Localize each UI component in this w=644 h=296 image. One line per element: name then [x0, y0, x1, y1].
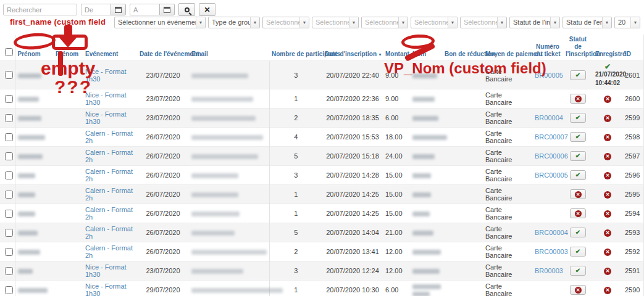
date-to-calendar-button[interactable]	[159, 4, 175, 15]
event-link[interactable]: Calern - Format 2h	[85, 168, 133, 183]
ticket-link[interactable]: BR00004	[535, 114, 563, 121]
ticket-link[interactable]: BRC00005	[535, 171, 568, 179]
status-ok-button[interactable]: ✔	[570, 132, 586, 142]
row-checkbox[interactable]	[5, 133, 13, 141]
status-error-button[interactable]: ✕	[570, 94, 586, 104]
row-checkbox[interactable]	[5, 229, 13, 237]
row-checkbox[interactable]	[5, 191, 13, 199]
filter-select-1[interactable]: Type de groupe▼	[208, 17, 260, 28]
event-link[interactable]: Calern - Format 2h	[85, 225, 133, 240]
filter-select-9[interactable]: 20▼	[614, 17, 640, 28]
payment-cell: Carte Bancaire	[483, 204, 532, 223]
amount-cell: 18.00	[383, 128, 410, 147]
event-link[interactable]: Calern - Format 2h	[85, 206, 133, 221]
status-error-button[interactable]: ✕	[570, 208, 586, 218]
payment-cell: Carte Bancaire	[483, 223, 532, 242]
prenom-cell	[15, 109, 53, 128]
row-checkbox-cell	[0, 223, 15, 242]
event-cell: Calern - Format 2h	[83, 223, 137, 242]
filter-select-5[interactable]: Sélectionnez une...▼	[411, 17, 458, 28]
col-header-participants[interactable]: Nombre de participants	[269, 35, 322, 61]
status-ok-button[interactable]: ✔	[570, 228, 586, 237]
row-checkbox[interactable]	[5, 152, 13, 160]
status-error-button[interactable]: ✕	[570, 285, 586, 295]
filter-select-label: 20	[615, 17, 630, 28]
row-checkbox[interactable]	[5, 114, 13, 122]
filter-select-7[interactable]: Statut de l'inscrip...▼	[509, 17, 560, 28]
status-ok-button[interactable]: ✔	[570, 151, 586, 161]
filter-select-8[interactable]: Statu de l'enregis...▼	[562, 17, 612, 28]
col-header-enregistre[interactable]: Enregistré	[593, 35, 622, 61]
row-checkbox[interactable]	[5, 210, 13, 218]
filter-select-0[interactable]: Sélectionner un événement▼	[114, 17, 206, 28]
ticket-link[interactable]: BRC00003	[535, 248, 568, 255]
col-header-evenement[interactable]: Evénement	[83, 35, 137, 61]
nom-cell	[410, 109, 442, 128]
search-button[interactable]	[178, 3, 195, 16]
row-checkbox[interactable]	[5, 71, 13, 79]
ticket-link[interactable]: BRC00006	[535, 152, 568, 160]
participants-cell: 1	[269, 185, 322, 204]
status-ok-button[interactable]: ✔	[570, 70, 586, 80]
event-link[interactable]: Nice - Format 1h30	[85, 263, 127, 278]
filter-select-4[interactable]: Sélectionnez une...▼	[361, 17, 408, 28]
redacted-text	[412, 250, 441, 255]
filter-select-3[interactable]: Sélectionnez une...▼	[312, 17, 359, 28]
col-header-id[interactable]: ID	[622, 35, 643, 61]
redacted-text	[412, 231, 433, 236]
col-header-date-evenement[interactable]: Date de l'événement	[137, 35, 189, 61]
date-from-calendar-button[interactable]	[111, 4, 126, 15]
redacted-email	[191, 135, 263, 140]
inscription-date-cell: 20/07/2020 14:04	[322, 223, 383, 242]
row-checkbox[interactable]	[5, 267, 13, 275]
col-header-email[interactable]: Email	[189, 35, 269, 61]
date-from-input[interactable]	[81, 4, 111, 15]
redacted-email	[191, 212, 240, 216]
status-error-button[interactable]: ✕	[570, 189, 586, 199]
col-header-date-inscription[interactable]: Date d'inscription▼	[322, 35, 383, 61]
email-cell	[189, 109, 269, 128]
col-header-statut-inscription[interactable]: Statut de l'inscription	[563, 35, 593, 61]
event-cell: Nice - Format 1h30	[83, 281, 137, 296]
col-header-bon-reduction[interactable]: Bon de réduction	[442, 35, 483, 61]
row-checkbox[interactable]	[5, 95, 13, 103]
ticket-link[interactable]: BRC00007	[535, 133, 568, 141]
event-link[interactable]: Nice - Format 1h30	[85, 110, 127, 125]
clear-search-button[interactable]: ✕	[199, 3, 215, 16]
inscription-date-cell: 20/07/2020 14:25	[322, 185, 383, 204]
status-ok-button[interactable]: ✔	[570, 247, 586, 257]
ticket-cell: BR00003	[532, 261, 563, 281]
cross-circle-icon: ✕	[604, 287, 611, 294]
row-checkbox-cell	[0, 166, 15, 185]
col-header-label: Prénom	[18, 51, 41, 57]
select-all-checkbox[interactable]	[5, 48, 13, 56]
email-cell	[189, 147, 269, 166]
status-ok-button[interactable]: ✔	[570, 170, 586, 180]
status-ok-button[interactable]: ✔	[570, 113, 586, 123]
date-to-input[interactable]	[130, 4, 159, 15]
cross-circle-icon: ✕	[604, 172, 611, 179]
filter-select-6[interactable]: Sélectionnez une...▼	[460, 17, 507, 28]
payment-cell: Carte Bancaire	[483, 281, 532, 296]
row-checkbox[interactable]	[5, 286, 13, 294]
event-link[interactable]: Calern - Format 2h	[85, 130, 133, 144]
cross-circle-icon: ✕	[604, 153, 611, 160]
col-header-numero-ticket[interactable]: Numéro du ticket	[532, 35, 563, 61]
prenom-cell	[15, 166, 53, 185]
search-input[interactable]	[3, 4, 77, 15]
prenom-custom-cell	[53, 204, 83, 223]
registrations-table: PrénomPrénomEvénementDate de l'événement…	[0, 35, 644, 296]
event-link[interactable]: Calern - Format 2h	[85, 149, 133, 163]
row-checkbox-cell	[0, 242, 15, 261]
event-link[interactable]: Calern - Format 2h	[85, 244, 133, 259]
status-ok-button[interactable]: ✔	[570, 266, 586, 276]
ticket-link[interactable]: BR00003	[535, 267, 563, 274]
event-link[interactable]: Nice - Format 1h30	[85, 282, 127, 296]
ticket-link[interactable]: BRC00004	[535, 229, 568, 236]
col-header-moyen-paiement[interactable]: Moyen de paiement	[483, 35, 532, 61]
row-checkbox[interactable]	[5, 248, 13, 256]
event-link[interactable]: Calern - Format 2h	[85, 187, 133, 202]
registered-cell: ✕	[593, 281, 622, 296]
row-checkbox[interactable]	[5, 171, 13, 179]
filter-select-2[interactable]: Sélectionnez une...▼	[262, 17, 309, 28]
